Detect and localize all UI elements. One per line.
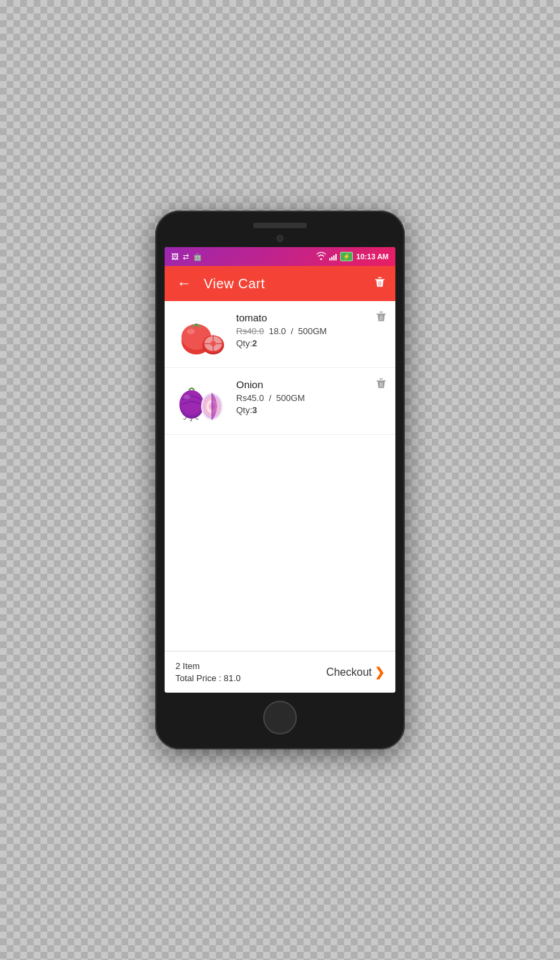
android-status-icon: 🤖 — [193, 252, 202, 261]
onion-price: Rs45.0 / 500GM — [236, 393, 387, 403]
tomato-qty: Qty:2 — [236, 338, 387, 348]
empty-cart-area — [165, 435, 395, 651]
onion-unit: 500GM — [276, 393, 305, 403]
checkout-button[interactable]: Checkout ❯ — [326, 665, 385, 680]
phone-screen: 🖼 ⇄ 🤖 ⚡ 10: — [165, 247, 395, 693]
svg-point-3 — [187, 329, 195, 334]
status-time: 10:13 AM — [356, 252, 389, 261]
tomato-item-info: tomato Rs40.0 18.0 / 500GM Qty:2 — [236, 311, 387, 348]
wifi-icon — [316, 252, 326, 261]
tomato-unit: 500GM — [298, 326, 327, 336]
status-right-icons: ⚡ 10:13 AM — [316, 252, 389, 261]
tomato-original-price: Rs40.0 — [236, 326, 264, 336]
signal-icon — [329, 252, 337, 261]
tomato-name: tomato — [236, 312, 387, 323]
phone-speaker — [253, 223, 307, 228]
cart-footer: 2 Item Total Price : 81.0 Checkout ❯ — [165, 651, 395, 693]
footer-info: 2 Item Total Price : 81.0 — [175, 661, 241, 683]
tomato-current-price: 18.0 — [269, 326, 285, 336]
tomato-price: Rs40.0 18.0 / 500GM — [236, 326, 387, 336]
image-status-icon: 🖼 — [171, 252, 179, 261]
app-bar-title: View Cart — [204, 276, 265, 292]
onion-qty: Qty:3 — [236, 405, 387, 415]
onion-original-price: Rs45.0 — [236, 393, 264, 403]
phone-device: 🖼 ⇄ 🤖 ⚡ 10: — [155, 211, 405, 749]
item-count: 2 Item — [175, 661, 241, 671]
onion-name: Onion — [236, 379, 387, 390]
svg-point-12 — [180, 390, 203, 415]
delete-onion-button[interactable] — [375, 377, 387, 393]
cart-item-tomato: tomato Rs40.0 18.0 / 500GM Qty:2 — [165, 301, 395, 368]
status-left-icons: 🖼 ⇄ 🤖 — [171, 252, 202, 261]
svg-point-13 — [184, 395, 190, 399]
app-bar: ← View Cart — [165, 266, 395, 301]
phone-camera — [277, 235, 283, 242]
cart-item-onion: Onion Rs45.0 / 500GM Qty:3 — [165, 368, 395, 435]
checkout-chevron-icon: ❯ — [374, 665, 385, 680]
battery-icon: ⚡ — [340, 252, 353, 261]
total-price: Total Price : 81.0 — [175, 673, 241, 683]
tomato-image — [173, 311, 227, 358]
delete-tomato-button[interactable] — [375, 311, 387, 326]
status-bar: 🖼 ⇄ 🤖 ⚡ 10: — [165, 247, 395, 266]
usb-status-icon: ⇄ — [183, 252, 189, 261]
app-bar-left: ← View Cart — [174, 272, 265, 295]
svg-point-9 — [211, 341, 216, 346]
home-button[interactable] — [263, 701, 297, 735]
checkout-label: Checkout — [326, 666, 372, 678]
onion-item-info: Onion Rs45.0 / 500GM Qty:3 — [236, 377, 387, 415]
delete-all-button[interactable] — [374, 276, 386, 292]
back-button[interactable]: ← — [174, 272, 194, 295]
onion-image — [173, 377, 227, 425]
cart-content: tomato Rs40.0 18.0 / 500GM Qty:2 — [165, 301, 395, 693]
